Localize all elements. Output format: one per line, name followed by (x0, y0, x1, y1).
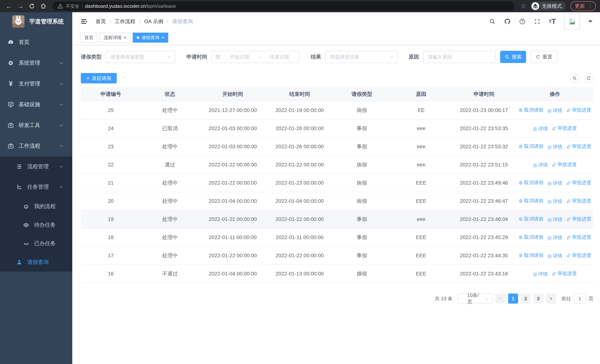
fullscreen-icon[interactable] (534, 18, 541, 25)
chrome-menu-icon[interactable]: ⋮ (588, 5, 593, 7)
leave-type-select[interactable]: 请选择请假类型 (106, 51, 175, 63)
action-cancel-link[interactable]: 取消请假 (518, 107, 543, 113)
close-icon[interactable]: × (124, 35, 126, 40)
table-row[interactable]: 16 不通过 2022-01-04 00:00:00 2022-01-13 00… (81, 265, 593, 283)
table-row[interactable]: 24 已取消 2022-01-03 00:00:00 2022-01-26 00… (81, 119, 593, 138)
home-icon[interactable] (38, 1, 48, 11)
table-row[interactable]: 25 处理中 2021-12-27 00:00:00 2022-01-19 00… (81, 101, 593, 119)
sidebar-item-payment[interactable]: ¥ 支付管理 (0, 73, 72, 94)
action-detail-link[interactable]: ◎详情 (547, 180, 562, 187)
cell-actions: 取消请假◎详情审批进度 (516, 101, 593, 119)
chrome-update-button[interactable]: 更新 ⋮ (570, 1, 596, 11)
toggle-search-button[interactable] (570, 74, 579, 83)
action-detail-link[interactable]: ◎详情 (547, 144, 562, 150)
action-detail-link[interactable]: ◎详情 (533, 162, 548, 168)
app-header: 首页 / 工作流程 / OA 示例 / 请假查询 (72, 12, 600, 31)
font-size-icon[interactable]: TT (549, 18, 556, 26)
sidebar-collapse-icon[interactable] (80, 18, 88, 25)
action-progress-link[interactable]: 审批进度 (566, 143, 591, 149)
reason-input[interactable]: 请输入原因 (423, 51, 496, 63)
sidebar-item-my-process[interactable]: 我的流程 (0, 197, 72, 216)
sidebar-item-infrastructure[interactable]: 基础设施 (0, 94, 72, 115)
sidebar-item-task-management[interactable]: 任务管理 (0, 177, 72, 197)
table-row[interactable]: 18 处理中 2022-01-11 00:00:00 2022-01-11 00… (81, 228, 593, 246)
action-detail-link[interactable]: ◎详情 (547, 198, 562, 205)
url-host: dashboard.yudao.iocoder.cn (85, 3, 146, 9)
table-row[interactable]: 17 处理中 2022-01-22 00:00:00 2022-01-22 00… (81, 246, 593, 265)
reset-button[interactable]: 重置 (531, 51, 558, 63)
action-progress-link[interactable]: 审批进度 (566, 234, 591, 240)
breadcrumb-home[interactable]: 首页 (96, 18, 106, 25)
tab-home[interactable]: 首页 (80, 33, 97, 43)
action-detail-link[interactable]: ◎详情 (533, 125, 548, 132)
avatar-caret-icon[interactable] (588, 20, 593, 25)
action-detail-link[interactable]: ◎详情 (547, 253, 562, 259)
cell-id: 20 (81, 192, 141, 210)
address-bar[interactable]: 不安全 dashboard.yudao.iocoder.cn/bpm/oa/le… (53, 1, 514, 11)
sidebar-item-process-management[interactable]: 流程管理 (0, 156, 72, 177)
action-cancel-link[interactable]: 取消请假 (518, 143, 543, 149)
search-button[interactable]: 搜索 (500, 51, 526, 63)
close-icon[interactable]: × (162, 35, 164, 40)
github-icon[interactable] (504, 18, 511, 25)
chevron-up-icon (59, 185, 64, 189)
tab-process-detail[interactable]: 流程详情 × (100, 33, 131, 43)
cell-leave-type: 事假 (333, 119, 391, 138)
refresh-table-button[interactable] (584, 74, 593, 83)
action-detail-link[interactable]: ◎详情 (547, 234, 562, 241)
tab-leave-query[interactable]: 请假查询 × (133, 33, 168, 43)
action-cancel-link[interactable]: 取消请假 (518, 252, 543, 259)
action-progress-link[interactable]: 审批进度 (566, 252, 591, 259)
table-row[interactable]: 19 处理中 2022-01-22 00:00:00 2022-01-22 00… (81, 210, 593, 228)
page-button-3[interactable]: 3 (533, 294, 543, 304)
sidebar-item-todo-tasks[interactable]: 待办任务 (0, 216, 72, 234)
table-row[interactable]: 23 处理中 2022-01-03 00:00:00 2022-01-26 00… (81, 138, 593, 156)
page-size-select[interactable]: 10条/页 (458, 293, 493, 304)
table-row[interactable]: 22 通过 2022-01-22 00:00:00 2022-01-22 00:… (81, 156, 593, 174)
sidebar-item-leave-query[interactable]: 请假查询 (0, 253, 72, 272)
action-cancel-link[interactable]: 取消请假 (518, 179, 543, 186)
action-progress-link[interactable]: 审批进度 (552, 161, 577, 168)
action-progress-link[interactable]: 审批进度 (566, 197, 591, 204)
table-row[interactable]: 21 处理中 2022-01-22 00:00:00 2022-01-23 00… (81, 174, 593, 192)
table-row[interactable]: 20 处理中 2022-01-04 00:00:00 2022-01-04 00… (81, 192, 593, 210)
sidebar-item-workflow[interactable]: 工作流程 (0, 136, 72, 156)
avatar[interactable] (564, 14, 580, 29)
action-detail-link[interactable]: ◎详情 (547, 216, 562, 223)
forward-icon[interactable]: → (16, 1, 25, 11)
app-logo-row[interactable]: 芋道管理系统 (0, 12, 72, 31)
next-page-button[interactable] (546, 294, 556, 304)
sidebar-item-devtools[interactable]: 研发工具 (0, 115, 72, 136)
action-detail-link[interactable]: ◎详情 (547, 107, 562, 114)
breadcrumb-workflow[interactable]: 工作流程 (115, 18, 135, 25)
page-button-1[interactable]: 1 (508, 294, 518, 304)
help-icon[interactable] (519, 18, 526, 25)
cell-end-time: 2022-01-04 00:00:00 (266, 192, 333, 210)
sidebar-item-home[interactable]: 首页 (0, 32, 72, 53)
action-cancel-link[interactable]: 取消请假 (518, 234, 543, 240)
action-cancel-link[interactable]: 取消请假 (518, 197, 543, 204)
sidebar-item-system[interactable]: 系统管理 (0, 53, 72, 73)
apply-time-range-picker[interactable]: 开始日期 - 结束日期 (211, 51, 300, 63)
action-progress-link[interactable]: 审批进度 (566, 216, 591, 222)
breadcrumb-oa-example[interactable]: OA 示例 (144, 18, 163, 25)
action-cancel-link[interactable]: 取消请假 (518, 216, 543, 222)
reload-icon[interactable] (27, 1, 37, 11)
result-select[interactable]: 请选择流结果 (325, 51, 397, 63)
bookmark-star-icon[interactable]: ☆ (521, 2, 527, 10)
action-progress-link[interactable]: 审批进度 (566, 107, 591, 113)
action-progress-link[interactable]: 审批进度 (552, 270, 577, 277)
action-progress-link[interactable]: 审批进度 (552, 125, 577, 131)
prev-page-button[interactable] (496, 294, 506, 304)
action-detail-link[interactable]: ◎详情 (533, 271, 548, 277)
breadcrumb-current: 请假查询 (172, 18, 193, 25)
create-leave-button[interactable]: + 发起请假 (81, 73, 117, 84)
search-icon[interactable] (489, 18, 496, 25)
cell-end-time: 2022-01-26 00:00:00 (266, 119, 333, 138)
back-icon[interactable]: ← (4, 1, 14, 11)
action-progress-link[interactable]: 审批进度 (566, 179, 591, 186)
page-button-2[interactable]: 2 (521, 294, 531, 304)
sidebar-item-done-tasks[interactable]: 已办任务 (0, 234, 72, 253)
goto-page-input[interactable]: 1 (574, 293, 586, 304)
edit-pen-icon (552, 126, 556, 131)
